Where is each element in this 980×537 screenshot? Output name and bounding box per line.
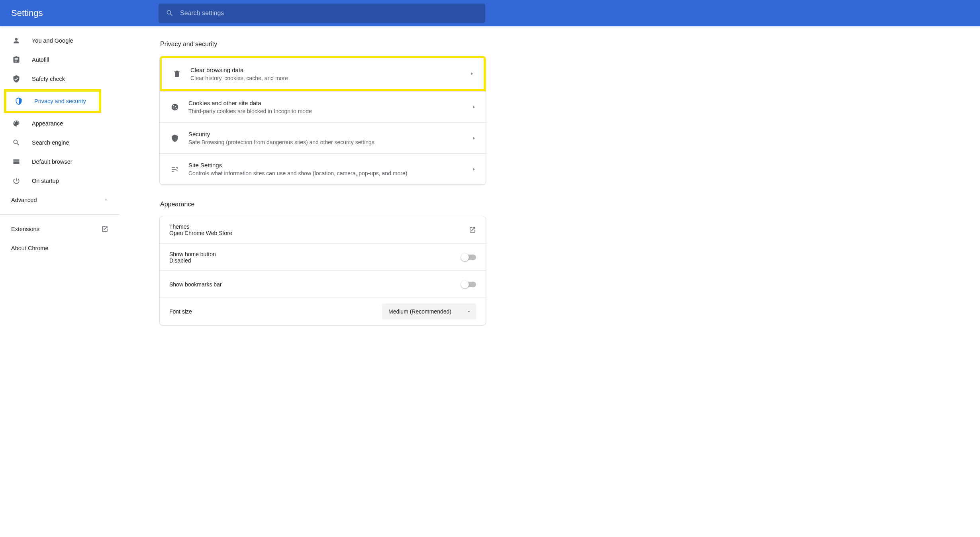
row-title: Themes [169, 223, 469, 230]
chevron-down-icon [466, 309, 471, 314]
advanced-label: Advanced [11, 197, 37, 203]
row-subtitle: Clear history, cookies, cache, and more [190, 75, 470, 81]
open-in-new-icon [101, 225, 108, 233]
row-subtitle: Safe Browsing (protection from dangerous… [188, 139, 472, 145]
row-text: Site Settings Controls what information … [188, 162, 472, 176]
sidebar-item-safety-check[interactable]: Safety check [0, 69, 120, 88]
row-title: Security [188, 131, 472, 137]
row-text: Security Safe Browsing (protection from … [188, 131, 472, 145]
power-icon [11, 177, 22, 185]
trash-icon [171, 70, 182, 78]
sidebar-item-search-engine[interactable]: Search engine [0, 133, 120, 152]
row-text: Show home button Disabled [169, 251, 462, 264]
sidebar-highlight: Privacy and security [4, 89, 101, 113]
sidebar-item-label: Appearance [32, 120, 63, 127]
shield-icon [14, 97, 24, 105]
section-title-privacy: Privacy and security [160, 41, 980, 48]
chevron-down-icon [104, 198, 108, 202]
sidebar-item-you-and-google[interactable]: You and Google [0, 31, 120, 50]
app-header: Settings [0, 0, 980, 26]
row-subtitle: Open Chrome Web Store [169, 230, 469, 236]
row-font-size: Font size Medium (Recommended) [160, 298, 486, 325]
row-title: Clear browsing data [190, 67, 470, 73]
row-title: Font size [169, 308, 382, 315]
row-text: Show bookmarks bar [169, 281, 462, 288]
person-icon [11, 37, 22, 45]
row-title: Show home button [169, 251, 462, 257]
palette-icon [11, 120, 22, 127]
cookie-icon [169, 103, 180, 111]
search-container[interactable] [159, 4, 485, 23]
page-title: Settings [11, 8, 159, 18]
row-site-settings[interactable]: Site Settings Controls what information … [160, 153, 486, 184]
row-subtitle: Disabled [169, 257, 462, 264]
sidebar-item-label: Search engine [32, 139, 69, 146]
shield-check-icon [11, 75, 22, 83]
sidebar-item-label: Default browser [32, 159, 73, 165]
sidebar-item-label: Safety check [32, 76, 65, 82]
row-text: Themes Open Chrome Web Store [169, 223, 469, 236]
chevron-right-icon [472, 105, 476, 109]
row-subtitle: Third-party cookies are blocked in Incog… [188, 108, 472, 114]
chevron-right-icon [470, 72, 474, 76]
row-clear-browsing-data[interactable]: Clear browsing data Clear history, cooki… [162, 58, 484, 89]
shield-icon [169, 134, 180, 142]
font-size-select[interactable]: Medium (Recommended) [382, 304, 476, 319]
sidebar-item-privacy[interactable]: Privacy and security [6, 92, 99, 111]
sidebar-item-label: Autofill [32, 57, 49, 63]
chevron-right-icon [472, 167, 476, 171]
sidebar-item-label: You and Google [32, 37, 73, 44]
extensions-label: Extensions [11, 226, 39, 232]
sidebar-item-label: On startup [32, 178, 59, 184]
search-icon [11, 139, 22, 147]
sidebar-item-default-browser[interactable]: Default browser [0, 152, 120, 171]
row-text: Font size [169, 308, 382, 315]
tune-icon [169, 165, 180, 173]
row-cookies[interactable]: Cookies and other site data Third-party … [160, 91, 486, 122]
row-subtitle: Controls what information sites can use … [188, 170, 472, 176]
row-title: Site Settings [188, 162, 472, 169]
sidebar: You and Google Autofill Safety check Pri… [0, 26, 120, 537]
row-text: Cookies and other site data Third-party … [188, 100, 472, 114]
browser-icon [11, 158, 22, 166]
sidebar-item-label: Privacy and security [34, 98, 86, 104]
sidebar-item-appearance[interactable]: Appearance [0, 114, 120, 133]
section-title-appearance: Appearance [160, 201, 980, 208]
row-themes[interactable]: Themes Open Chrome Web Store [160, 216, 486, 243]
toggle-bookmarks-bar[interactable] [462, 282, 476, 287]
row-title: Cookies and other site data [188, 100, 472, 106]
row-security[interactable]: Security Safe Browsing (protection from … [160, 122, 486, 153]
content-highlight: Clear browsing data Clear history, cooki… [159, 56, 486, 92]
sidebar-item-on-startup[interactable]: On startup [0, 171, 120, 190]
about-label: About Chrome [11, 245, 49, 251]
sidebar-extensions-link[interactable]: Extensions [0, 220, 120, 239]
sidebar-about-link[interactable]: About Chrome [0, 239, 120, 258]
sidebar-divider [0, 214, 120, 215]
row-home-button: Show home button Disabled [160, 243, 486, 270]
chevron-right-icon [472, 136, 476, 140]
row-title: Show bookmarks bar [169, 281, 462, 288]
sidebar-advanced-toggle[interactable]: Advanced [0, 190, 120, 210]
row-text: Clear browsing data Clear history, cooki… [190, 67, 470, 81]
sidebar-item-autofill[interactable]: Autofill [0, 50, 120, 69]
clipboard-icon [11, 56, 22, 64]
open-in-new-icon [469, 226, 476, 233]
main-content: Privacy and security Clear browsing data… [120, 26, 980, 537]
row-bookmarks-bar: Show bookmarks bar [160, 270, 486, 298]
font-size-value: Medium (Recommended) [388, 308, 451, 315]
appearance-card: Themes Open Chrome Web Store Show home b… [159, 216, 486, 325]
privacy-card: Clear browsing data Clear history, cooki… [159, 56, 486, 185]
toggle-home-button[interactable] [462, 255, 476, 260]
search-icon [166, 9, 174, 17]
search-input[interactable] [180, 10, 478, 17]
